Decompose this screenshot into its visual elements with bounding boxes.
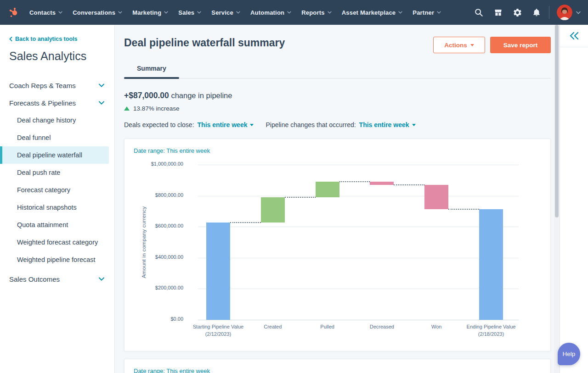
nav-item-partner[interactable]: Partner bbox=[413, 9, 441, 16]
x-axis-labels: Starting Pipeline Value (2/12/2023)Creat… bbox=[198, 323, 519, 345]
filter-value-dropdown[interactable]: This entire week bbox=[198, 121, 254, 128]
nav-item-asset-marketplace[interactable]: Asset Marketplace bbox=[342, 9, 403, 16]
sidebar-item-deal-push-rate[interactable]: Deal push rate bbox=[0, 164, 114, 181]
user-avatar[interactable] bbox=[557, 5, 572, 20]
back-link-label: Back to analytics tools bbox=[15, 36, 77, 42]
chevron-down-icon bbox=[328, 11, 332, 14]
sidebar-section-forecasts-pipelines[interactable]: Forecasts & Pipelines bbox=[0, 94, 114, 111]
chevron-down-icon bbox=[412, 124, 416, 126]
waterfall-bar-decreased[interactable] bbox=[370, 182, 394, 185]
save-report-label: Save report bbox=[503, 42, 537, 49]
help-button[interactable]: Help bbox=[558, 343, 580, 365]
chevron-down-icon bbox=[470, 44, 474, 46]
waterfall-connector bbox=[339, 181, 370, 182]
chevron-down-icon bbox=[197, 11, 201, 14]
sidebar-item-deal-pipeline-waterfall[interactable]: Deal pipeline waterfall bbox=[0, 146, 109, 164]
y-tick-label: $1,000,000.00 bbox=[124, 161, 183, 167]
filter-value-label: This entire week bbox=[198, 121, 248, 128]
nav-item-label: Automation bbox=[250, 9, 284, 16]
nav-item-automation[interactable]: Automation bbox=[250, 9, 291, 16]
chevron-down-icon bbox=[437, 11, 441, 14]
sidebar-item-historical-snapshots[interactable]: Historical snapshots bbox=[0, 199, 114, 216]
nav-item-label: Service bbox=[211, 9, 233, 16]
tab-label: Summary bbox=[137, 65, 166, 72]
double-chevron-left-icon bbox=[569, 31, 579, 40]
sidebar-item-weighted-pipeline-forecast[interactable]: Weighted pipeline forecast bbox=[0, 251, 114, 268]
secondary-chart-card: Date range: This entire week bbox=[124, 359, 551, 373]
main-content: Deal pipeline waterfall summary Actions … bbox=[115, 25, 554, 373]
sidebar-section-sales-outcomes[interactable]: Sales Outcomes bbox=[0, 270, 114, 288]
gridline bbox=[198, 289, 519, 289]
scrollbar-thumb[interactable] bbox=[555, 25, 559, 217]
waterfall-connector bbox=[448, 209, 479, 210]
waterfall-connector bbox=[285, 197, 316, 198]
gridline bbox=[198, 165, 519, 165]
vertical-scrollbar[interactable] bbox=[554, 25, 560, 373]
sidebar-item-weighted-forecast-category[interactable]: Weighted forecast category bbox=[0, 234, 114, 251]
kpi-delta: 13.87% increase bbox=[124, 105, 180, 112]
waterfall-bar-ending-pipeline-value-2-18-2023[interactable] bbox=[479, 209, 503, 320]
filter-deals-expected-to-close: Deals expected to close: This entire wee… bbox=[124, 121, 254, 128]
filter-value-dropdown[interactable]: This entire week bbox=[359, 121, 416, 128]
nav-item-conversations[interactable]: Conversations bbox=[73, 9, 122, 16]
bell-icon[interactable] bbox=[527, 0, 546, 25]
nav-item-sales[interactable]: Sales bbox=[178, 9, 201, 16]
search-icon[interactable] bbox=[469, 0, 488, 25]
waterfall-bar-starting-pipeline-value-2-12-2023[interactable] bbox=[206, 223, 230, 320]
waterfall-plot bbox=[198, 165, 519, 320]
section-label: Sales Outcomes bbox=[9, 275, 60, 283]
collapse-panel-button[interactable] bbox=[560, 25, 588, 47]
main-nav-menu: ContactsConversationsMarketingSalesServi… bbox=[29, 0, 441, 25]
nav-item-contacts[interactable]: Contacts bbox=[29, 9, 62, 16]
filter-label: Deals expected to close: bbox=[124, 121, 194, 128]
filter-pipeline-changes-occurred: Pipeline changes that occurred: This ent… bbox=[266, 121, 415, 128]
gear-icon[interactable] bbox=[508, 0, 527, 25]
filter-value-label: This entire week bbox=[359, 121, 409, 128]
page-title: Deal pipeline waterfall summary bbox=[124, 37, 285, 49]
back-to-analytics-tools-link[interactable]: Back to analytics tools bbox=[9, 36, 114, 42]
x-axis-label-starting-pipeline-value-2-12-2023: Starting Pipeline Value (2/12/2023) bbox=[191, 323, 246, 338]
filter-label: Pipeline changes that occurred: bbox=[266, 121, 356, 128]
actions-button[interactable]: Actions bbox=[433, 37, 485, 53]
waterfall-bar-created[interactable] bbox=[261, 197, 285, 223]
sidebar-item-deal-funnel[interactable]: Deal funnel bbox=[0, 129, 114, 146]
hubspot-logo-icon[interactable] bbox=[7, 6, 20, 19]
x-axis-label-pulled: Pulled bbox=[300, 323, 355, 331]
chevron-down-icon bbox=[118, 11, 122, 14]
x-axis-label-created: Created bbox=[245, 323, 300, 331]
kpi-value: +$87,000.00 bbox=[124, 91, 169, 100]
save-report-button[interactable]: Save report bbox=[490, 37, 551, 53]
nav-item-label: Reports bbox=[301, 9, 325, 16]
sidebar-item-deal-change-history[interactable]: Deal change history bbox=[0, 111, 114, 129]
chevron-down-icon bbox=[164, 11, 168, 14]
tab-summary[interactable]: Summary bbox=[124, 65, 179, 78]
marketplace-icon[interactable] bbox=[488, 0, 508, 25]
waterfall-chart-card: Date range: This entire week Amount in c… bbox=[124, 139, 551, 351]
y-tick-label: $0.00 bbox=[124, 316, 183, 322]
nav-item-reports[interactable]: Reports bbox=[301, 9, 332, 16]
chevron-down-icon bbox=[250, 124, 254, 126]
waterfall-connector bbox=[230, 222, 261, 223]
nav-item-label: Marketing bbox=[132, 9, 161, 16]
sidebar-item-quota-attainment[interactable]: Quota attainment bbox=[0, 216, 114, 234]
nav-item-service[interactable]: Service bbox=[211, 9, 240, 16]
sidebar-report-list: Deal change historyDeal funnelDeal pipel… bbox=[0, 111, 114, 268]
sidebar-section-coach-reps-teams[interactable]: Coach Reps & Teams bbox=[0, 77, 114, 94]
chevron-down-icon[interactable] bbox=[576, 11, 581, 14]
y-tick-label: $800,000.00 bbox=[124, 192, 183, 198]
waterfall-bar-won[interactable] bbox=[424, 185, 448, 209]
sidebar-item-forecast-category[interactable]: Forecast category bbox=[0, 181, 114, 199]
chevron-down-icon bbox=[99, 84, 104, 87]
waterfall-bar-pulled[interactable] bbox=[316, 182, 339, 197]
nav-item-label: Partner bbox=[413, 9, 434, 16]
kpi-delta-label: 13.87% increase bbox=[133, 105, 180, 112]
x-axis-label-won: Won bbox=[409, 323, 464, 331]
chevron-down-icon bbox=[99, 101, 104, 105]
chart-date-range-label: Date range: This entire week bbox=[134, 147, 210, 154]
chevron-down-icon bbox=[287, 11, 291, 14]
nav-item-marketing[interactable]: Marketing bbox=[132, 9, 168, 16]
help-button-label: Help bbox=[563, 351, 576, 357]
nav-item-label: Asset Marketplace bbox=[342, 9, 396, 16]
gridline bbox=[198, 227, 519, 227]
chevron-down-icon bbox=[398, 11, 402, 14]
